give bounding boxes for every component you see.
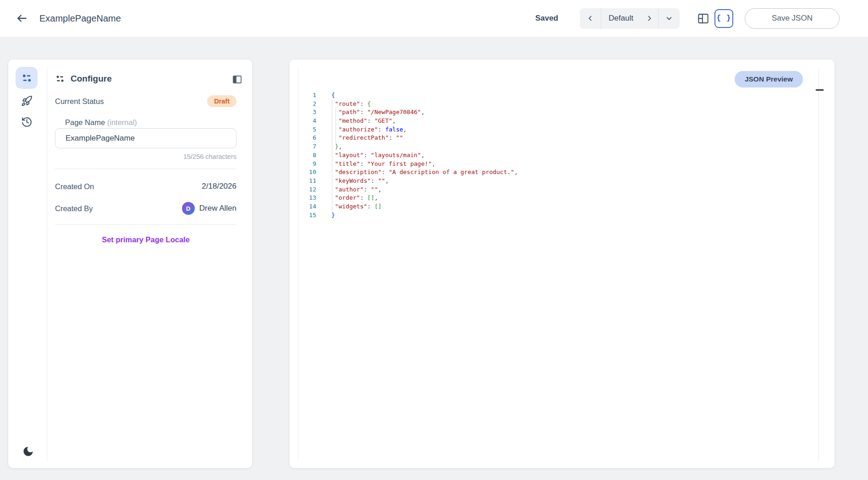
layout-view-button[interactable] [695,9,711,27]
code-token: , [385,177,389,184]
rail-configure-button[interactable] [16,67,38,89]
code-text: "redirectPath": "" [331,134,403,142]
code-token: "GET" [374,117,392,124]
code-text: "widgets": [] [331,202,382,211]
created-by-name: Drew Allen [199,204,236,213]
code-token [331,169,335,175]
code-text: "method": "GET", [331,117,396,125]
divider [55,169,236,169]
code-token [331,186,335,193]
collapse-panel-button[interactable] [231,73,243,85]
code-token [331,143,335,150]
line-number: 8 [290,151,316,160]
dark-mode-toggle[interactable] [20,443,36,459]
code-token: : [360,109,368,115]
code-token: } [331,212,335,218]
code-token [331,109,339,115]
set-primary-page-locale-link[interactable]: Set primary Page Locale [55,235,236,244]
sliders-icon [21,72,33,84]
code-token: : [367,117,374,124]
line-number: 15 [290,211,316,220]
code-token: "" [396,134,403,141]
code-line: 1{ [290,91,816,100]
back-button[interactable] [12,8,32,28]
code-token: "author" [335,186,364,193]
line-number: 2 [290,100,316,109]
rail-publish-button[interactable] [18,93,35,109]
code-token: , [421,152,425,158]
code-token [331,134,339,141]
page-title: ExamplePageName [39,13,121,24]
code-token: , [392,117,396,124]
topbar-actions: Saved Default [535,8,840,29]
created-by-row: Created By D Drew Allen [55,202,236,215]
code-text: } [331,211,335,220]
code-line: 7 }, [290,142,816,151]
code-token: "authorize" [339,126,378,133]
code-token [331,126,339,133]
code-text: "keyWords": "", [331,177,389,185]
line-number: 12 [290,185,316,194]
line-number: 7 [290,142,316,151]
code-line: 13 "order": [], [290,194,816,202]
code-text: "route": { [331,100,371,109]
version-next-button[interactable] [641,8,658,29]
code-line: 14 "widgets": [] [290,202,816,211]
moon-icon [22,445,34,458]
line-number: 6 [290,134,316,142]
code-token: "layout" [335,152,364,158]
code-text: "description": "A description of a great… [331,168,518,177]
code-lines: 1{2 "route": {3 "path": "/NewPage70846",… [290,91,816,219]
created-by-value: D Drew Allen [182,202,236,215]
configure-header: Configure [55,71,243,86]
history-icon [21,116,33,128]
chevron-down-icon [665,14,673,22]
code-token [331,160,335,167]
code-token: "path" [339,109,360,115]
code-token: : [360,160,368,167]
code-token: "order" [335,194,360,201]
page-name-hint: (internal) [105,118,137,126]
line-number: 14 [290,202,316,211]
created-on-row: Created On 2/18/2026 [55,180,236,193]
character-counter: 15/256 characters [55,153,236,160]
code-token: "description" [335,169,382,175]
page-name-label: Page Name (internal) [65,118,137,127]
code-token: , [421,109,425,115]
json-editor-panel: JSON Preview 1{2 "route": {3 "path": "/N… [290,60,835,468]
code-token: : [367,203,374,210]
code-token: : [363,186,371,193]
code-token: "" [378,177,385,184]
line-number: 11 [290,177,316,185]
code-text: "order": [], [331,194,378,202]
code-token [331,152,335,158]
page-name-input[interactable] [55,128,236,148]
layout-columns-icon [697,12,709,25]
version-selected-label[interactable]: Default [601,8,641,29]
code-text: "path": "/NewPage70846", [331,108,425,117]
code-token: : [382,169,389,175]
arrow-left-icon [16,12,28,24]
panel-collapse-icon [232,74,242,85]
code-token: , [339,143,342,150]
code-token: "" [371,186,378,193]
code-line: 4 "method": "GET", [290,117,816,125]
code-token: "method" [339,117,368,124]
code-token: , [432,160,435,167]
version-prev-button[interactable] [580,8,601,29]
save-json-button[interactable]: Save JSON [745,8,840,29]
code-line: 2 "route": { [290,100,816,109]
code-view-button[interactable]: { } [714,9,733,28]
current-status-row: Current Status Draft [55,94,236,108]
line-number: 3 [290,108,316,117]
line-number: 5 [290,125,316,134]
code-editor[interactable]: 1{2 "route": {3 "path": "/NewPage70846",… [290,60,835,468]
rail-history-button[interactable] [18,114,35,130]
code-text: }, [331,142,342,151]
code-token: false [385,126,403,133]
version-dropdown-button[interactable] [659,8,680,29]
code-token: { [367,100,371,107]
app-window: ExamplePageName Saved Default [0,0,868,480]
code-text: "authorize": false, [331,125,407,134]
braces-icon: { } [717,14,731,22]
